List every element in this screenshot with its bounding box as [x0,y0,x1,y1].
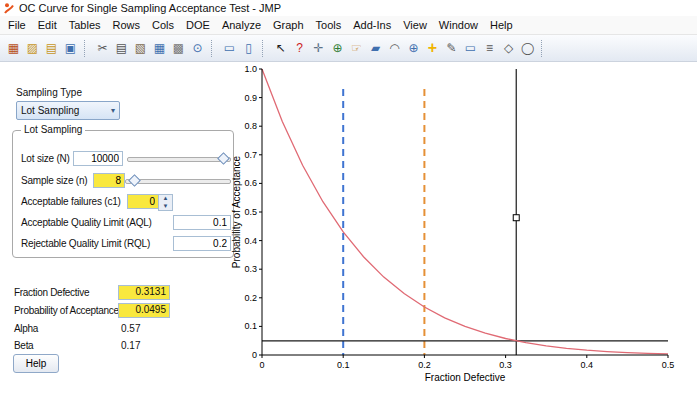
save-icon[interactable]: ▣ [61,39,80,58]
title-bar: OC Curve for Single Sampling Acceptance … [0,0,697,16]
menu-view[interactable]: View [397,17,433,33]
text-annotation-icon[interactable]: ▭ [461,39,480,58]
beta-label: Beta [14,340,33,351]
rql-row: Rejectable Quality Limit (RQL) [21,236,229,252]
lot-size-input[interactable] [73,151,123,166]
y-tick-label: 0.6 [244,178,257,188]
data-table-icon[interactable]: ▦ [150,39,169,58]
acceptable-failures-label: Acceptable failures (c1) [21,196,121,207]
lot-size-slider[interactable] [127,153,231,165]
spinner-down-icon[interactable]: ▼ [159,203,172,211]
window-title: OC Curve for Single Sampling Acceptance … [19,2,281,14]
toolbar-separator [211,40,216,57]
plus-tool-icon[interactable]: + [423,39,442,58]
menu-cols[interactable]: Cols [146,17,180,33]
sample-size-slider[interactable] [125,175,231,187]
slider-thumb[interactable] [217,152,230,165]
fraction-defective-value[interactable]: 0.3131 [118,285,170,300]
aql-label: Acceptable Quality Limit (AQL) [21,217,152,228]
y-tick-label: 0.1 [244,321,257,331]
brush-tool-icon[interactable]: ▰ [366,39,385,58]
help-button[interactable]: Help [13,354,59,373]
crosshair-handle[interactable] [513,215,519,221]
chevron-down-icon: ▾ [111,106,115,115]
menu-graph[interactable]: Graph [267,17,310,33]
y-axis-title: Probability of Acceptance [231,155,242,268]
y-tick-label: 0.5 [244,207,257,217]
menu-analyze[interactable]: Analyze [216,17,267,33]
toolbar-separator [541,40,546,57]
open-recent-icon[interactable]: ▤ [42,39,61,58]
menu-rows[interactable]: Rows [107,17,147,33]
oval-annotation-icon[interactable]: ◯ [518,39,537,58]
lines-annotation-icon[interactable]: ≡ [480,39,499,58]
lot-sampling-group: Lot Sampling Lot size (N) Sample size (n… [12,130,234,258]
x-tick-label: 0.5 [662,360,675,370]
menu-edit[interactable]: Edit [32,17,63,33]
aql-input[interactable] [173,215,231,230]
acceptable-failures-input[interactable] [127,194,159,209]
alpha-row: Alpha 0.57 [14,321,237,337]
y-tick-label: 0.7 [244,150,257,160]
y-tick-label: 0 [252,350,257,360]
slider-thumb[interactable] [128,174,141,187]
polygon-annotation-icon[interactable]: ◇ [499,39,518,58]
oc-curve-chart[interactable]: 00.10.20.30.40.50.60.70.80.91.000.10.20.… [230,62,697,405]
content-area: Sampling Type Lot Sampling ▾ Lot Samplin… [0,62,697,405]
menu-bar: FileEditTablesRowsColsDOEAnalyzeGraphToo… [0,16,697,35]
jmp-logo-icon [3,2,15,14]
globe-tool-icon[interactable]: ⊕ [328,39,347,58]
lot-size-row: Lot size (N) [21,151,229,167]
spinner-up-icon[interactable]: ▲ [159,195,172,203]
new-data-table-icon[interactable]: ▦ [4,39,23,58]
menu-file[interactable]: File [2,17,32,33]
menu-help[interactable]: Help [484,17,519,33]
lasso-tool-icon[interactable]: ◠ [385,39,404,58]
probability-of-acceptance-label: Probability of Acceptance [14,305,119,316]
x-tick-label: 0.3 [499,360,512,370]
jmp-window: OC Curve for Single Sampling Acceptance … [0,0,697,405]
open-icon[interactable]: ▨ [23,39,42,58]
menu-tools[interactable]: Tools [310,17,348,33]
y-tick-label: 0.8 [244,121,257,131]
cut-icon[interactable]: ✂ [93,39,112,58]
menu-addins[interactable]: Add-Ins [347,17,397,33]
oc-curve-line [262,69,668,354]
sample-size-row: Sample size (n) [21,173,229,189]
crosshair-tool-icon[interactable]: ✛ [309,39,328,58]
zoom-tool-icon[interactable]: ⊕ [404,39,423,58]
menu-window[interactable]: Window [433,17,484,33]
aql-row: Acceptable Quality Limit (AQL) [21,215,229,231]
probability-of-acceptance-value[interactable]: 0.0495 [118,303,170,318]
fraction-defective-label: Fraction Defective [14,287,89,298]
layout-icon[interactable]: ▯ [239,39,258,58]
journal-icon[interactable]: ▭ [220,39,239,58]
menu-doe[interactable]: DOE [180,17,216,33]
sampling-type-label: Sampling Type [16,87,82,98]
sampling-type-value: Lot Sampling [21,105,79,116]
sampling-type-select[interactable]: Lot Sampling ▾ [16,101,120,120]
rql-input[interactable] [173,236,231,251]
acceptable-failures-row: Acceptable failures (c1) ▲ ▼ [21,194,229,210]
alpha-label: Alpha [14,323,38,334]
arrow-tool-icon[interactable]: ↖ [271,39,290,58]
x-tick-label: 0.1 [337,360,350,370]
sample-size-label: Sample size (n) [21,175,87,186]
paste-icon[interactable]: ▧ [131,39,150,58]
search-icon[interactable]: ⊙ [188,39,207,58]
x-axis-title: Fraction Defective [425,372,506,383]
annotate-tool-icon[interactable]: ✎ [442,39,461,58]
probability-of-acceptance-row: Probability of Acceptance 0.0495 [14,303,237,319]
lot-sampling-group-title: Lot Sampling [21,124,85,135]
sample-size-input[interactable] [93,173,125,188]
menu-tables[interactable]: Tables [63,17,107,33]
help-tool-icon[interactable]: ? [290,39,309,58]
toolbar-separator [262,40,267,57]
acceptable-failures-spinner[interactable]: ▲ ▼ [158,194,173,211]
beta-row: Beta 0.17 [14,338,237,354]
grabber-tool-icon[interactable]: ☞ [347,39,366,58]
beta-value: 0.17 [121,340,140,351]
y-tick-label: 0.3 [244,264,257,274]
lock-icon[interactable]: ▩ [169,39,188,58]
copy-icon[interactable]: ▤ [112,39,131,58]
